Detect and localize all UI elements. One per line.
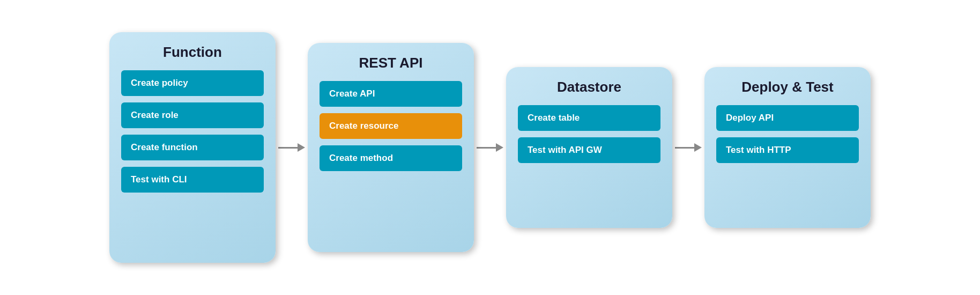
panel-deploy-test-buttons: Deploy API Test with HTTP (716, 105, 859, 163)
btn-create-function[interactable]: Create function (121, 135, 264, 160)
arrow-line-2 (477, 147, 496, 149)
arrow-head-2 (496, 143, 503, 152)
arrow-shape-1 (278, 143, 305, 152)
diagram: Function Create policy Create role Creat… (88, 21, 892, 274)
panel-rest-api: REST API Create API Create resource Crea… (308, 43, 474, 252)
btn-test-http[interactable]: Test with HTTP (716, 137, 859, 163)
arrow-head-1 (298, 143, 305, 152)
arrow-shape-2 (477, 143, 503, 152)
panel-datastore-buttons: Create table Test with API GW (518, 105, 660, 163)
arrow-2 (474, 143, 506, 152)
btn-create-table[interactable]: Create table (518, 105, 660, 131)
arrow-shape-3 (675, 143, 702, 152)
panel-function-title: Function (163, 44, 222, 61)
panel-rest-api-buttons: Create API Create resource Create method (320, 81, 462, 171)
btn-test-api-gw[interactable]: Test with API GW (518, 137, 660, 163)
arrow-line-1 (278, 147, 298, 149)
panel-deploy-test: Deploy & Test Deploy API Test with HTTP (704, 67, 871, 228)
arrow-1 (276, 143, 308, 152)
panel-deploy-test-title: Deploy & Test (741, 79, 833, 95)
btn-deploy-api[interactable]: Deploy API (716, 105, 859, 131)
arrow-head-3 (694, 143, 702, 152)
panel-datastore: Datastore Create table Test with API GW (506, 67, 672, 228)
arrow-line-3 (675, 147, 694, 149)
btn-create-api[interactable]: Create API (320, 81, 462, 107)
btn-create-resource[interactable]: Create resource (320, 113, 462, 139)
panel-rest-api-title: REST API (359, 55, 423, 71)
panel-function-buttons: Create policy Create role Create functio… (121, 70, 264, 193)
panel-function: Function Create policy Create role Creat… (109, 32, 276, 263)
arrow-3 (672, 143, 704, 152)
btn-create-policy[interactable]: Create policy (121, 70, 264, 96)
btn-create-role[interactable]: Create role (121, 102, 264, 128)
btn-test-cli[interactable]: Test with CLI (121, 167, 264, 193)
panel-datastore-title: Datastore (557, 79, 621, 95)
btn-create-method[interactable]: Create method (320, 145, 462, 171)
